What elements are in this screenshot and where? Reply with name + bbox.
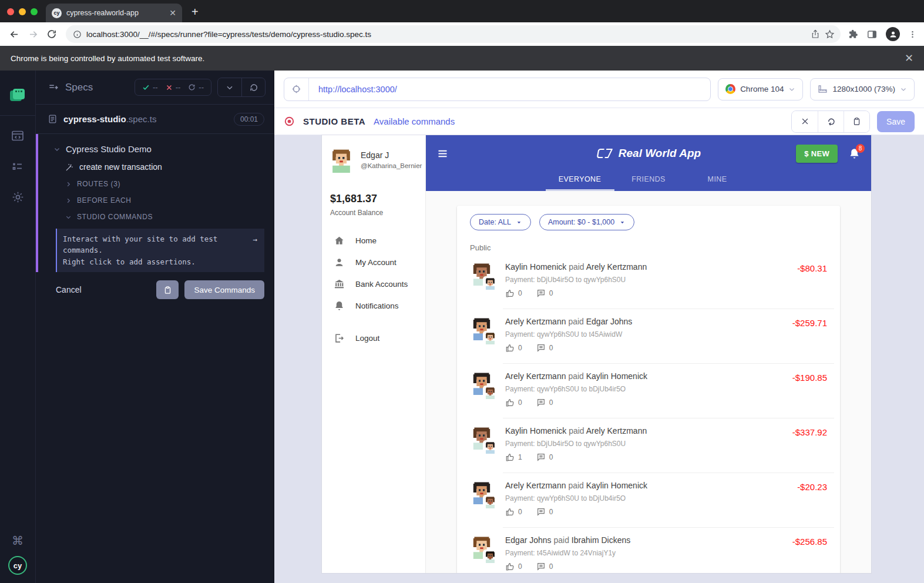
new-tab-button[interactable]: + — [191, 6, 199, 18]
settings-rail-button[interactable] — [0, 182, 35, 212]
comment-icon[interactable] — [536, 343, 546, 353]
test-row[interactable]: create new transaction — [38, 158, 264, 176]
copy-commands-button[interactable] — [156, 280, 179, 299]
specs-list-icon[interactable] — [48, 82, 59, 93]
maximize-window-button[interactable] — [31, 8, 38, 15]
kebab-menu-icon[interactable] — [908, 30, 917, 39]
address-bar[interactable]: localhost:3000/__/#/specs/runner?file=cy… — [66, 25, 841, 43]
notifications-button[interactable]: 8 — [848, 148, 861, 160]
like-icon[interactable] — [505, 398, 515, 407]
spec-duration-badge: 00:01 — [234, 113, 264, 126]
transaction-row[interactable]: Arely Kertzmann paid Edgar Johns Payment… — [457, 309, 840, 364]
amount-filter-chip[interactable]: Amount: $0 - $1,000 — [539, 214, 634, 230]
studio-save-button[interactable]: Save — [877, 111, 915, 132]
home-icon — [334, 235, 345, 246]
back-arrow-icon — [9, 29, 20, 40]
save-commands-button[interactable]: Save Commands — [184, 280, 264, 299]
minimize-window-button[interactable] — [19, 8, 26, 15]
studio-hint-line2: Right click to add assertions. — [63, 257, 196, 266]
comment-count: 0 — [549, 562, 553, 571]
transaction-row[interactable]: Kaylin Homenick paid Arely Kertzmann Pay… — [457, 418, 840, 473]
spec-row[interactable]: cypress-studio.spec.ts 00:01 — [36, 105, 274, 134]
banner-close-icon[interactable]: ✕ — [905, 52, 913, 65]
sidebar-item-logout[interactable]: Logout — [322, 327, 425, 349]
studio-close-button[interactable] — [792, 111, 818, 132]
project-button[interactable] — [0, 80, 35, 110]
sidebar-item-notifications[interactable]: Notifications — [322, 295, 425, 317]
extensions-puzzle-icon[interactable] — [848, 29, 858, 39]
automation-banner-text: Chrome is being controlled by automated … — [11, 54, 204, 63]
like-icon[interactable] — [505, 562, 515, 571]
rwa-appbar: Real World App $ NEW 8 EVERYONEFRIENDSMI… — [426, 135, 871, 191]
comment-icon[interactable] — [536, 453, 546, 462]
runs-rail-button[interactable] — [0, 151, 35, 182]
comment-icon[interactable] — [536, 562, 546, 571]
tab-mine[interactable]: MINE — [683, 172, 752, 191]
reload-icon — [46, 29, 57, 39]
browser-profile-button[interactable] — [886, 27, 900, 41]
routes-group-row[interactable]: ROUTES (3) — [38, 176, 264, 192]
tab-friends[interactable]: FRIENDS — [614, 172, 683, 191]
sidebar-item-my-account[interactable]: My Account — [322, 252, 425, 273]
comment-icon[interactable] — [536, 398, 546, 407]
comment-icon[interactable] — [536, 507, 546, 517]
cancel-button[interactable]: Cancel — [56, 285, 82, 294]
like-icon[interactable] — [505, 453, 515, 462]
tab-title: cypress-realworld-app — [66, 9, 139, 17]
transaction-row[interactable]: Kaylin Homenick paid Arely Kertzmann Pay… — [457, 254, 840, 309]
collapse-all-button[interactable] — [218, 78, 241, 96]
arrow-right-icon: → — [253, 233, 257, 267]
drawer-toggle-button[interactable] — [436, 148, 449, 160]
forward-arrow-icon — [28, 29, 39, 40]
sidebar-item-bank-accounts[interactable]: Bank Accounts — [322, 273, 425, 295]
project-icon — [10, 89, 25, 102]
transaction-row[interactable]: Edgar Johns paid Ibrahim Dickens Payment… — [457, 528, 840, 573]
sidebar-item-home[interactable]: Home — [322, 230, 425, 252]
like-icon[interactable] — [505, 343, 515, 353]
keyboard-shortcuts-icon[interactable]: ⌘ — [12, 534, 23, 548]
bookmark-star-icon[interactable] — [825, 29, 835, 39]
macos-traffic-lights — [7, 8, 38, 15]
new-transaction-button[interactable]: $ NEW — [796, 145, 838, 163]
viewport-selector[interactable]: 1280x1000 (73%) — [810, 78, 915, 100]
comment-count: 0 — [549, 508, 553, 516]
date-filter-chip[interactable]: Date: ALL — [470, 214, 531, 230]
suite-row[interactable]: Cypress Studio Demo — [38, 140, 264, 158]
like-icon[interactable] — [505, 507, 515, 517]
aut-url-input[interactable]: http://localhost:3000/ — [284, 78, 711, 101]
browser-tab[interactable]: cy cypress-realworld-app ✕ — [46, 4, 182, 22]
test-results-icon — [11, 159, 25, 173]
like-count: 0 — [518, 508, 522, 516]
selector-playground-button[interactable] — [284, 78, 309, 100]
transaction-row[interactable]: Arely Kertzmann paid Kaylin Homenick Pay… — [457, 364, 840, 418]
comment-count: 0 — [549, 453, 553, 461]
receiver-avatar — [484, 277, 496, 290]
studio-commands-group-row[interactable]: STUDIO COMMANDS — [38, 209, 264, 225]
studio-restart-button[interactable] — [818, 111, 844, 132]
before-each-group-row[interactable]: BEFORE EACH — [38, 192, 264, 209]
share-icon[interactable] — [811, 29, 820, 39]
close-window-button[interactable] — [7, 8, 14, 15]
info-icon[interactable] — [73, 30, 82, 39]
sidebar-item-label: Home — [355, 236, 377, 245]
specs-rail-button[interactable] — [0, 120, 35, 151]
browser-selector[interactable]: Chrome 104 — [718, 78, 803, 100]
tab-close-icon[interactable]: ✕ — [169, 8, 176, 18]
transaction-row[interactable]: Arely Kertzmann paid Kaylin Homenick Pay… — [457, 473, 840, 528]
reload-button[interactable] — [45, 27, 59, 41]
user-handle: @Katharina_Bernier — [361, 162, 422, 169]
forward-button[interactable] — [26, 27, 40, 41]
studio-copy-button[interactable] — [844, 111, 869, 132]
side-panel-icon[interactable] — [866, 29, 878, 40]
transaction-amount: -$256.85 — [792, 535, 827, 573]
cypress-logo[interactable]: cy — [8, 556, 27, 575]
like-icon[interactable] — [505, 289, 515, 298]
user-profile[interactable]: Edgar J @Katharina_Bernier — [322, 148, 425, 173]
comment-icon[interactable] — [536, 289, 546, 298]
rerun-tests-button[interactable] — [241, 78, 265, 96]
code-window-icon — [11, 129, 25, 143]
tab-everyone[interactable]: EVERYONE — [546, 172, 614, 191]
back-button[interactable] — [7, 27, 21, 41]
studio-commands-group-label: STUDIO COMMANDS — [77, 213, 153, 221]
available-commands-link[interactable]: Available commands — [374, 116, 455, 126]
